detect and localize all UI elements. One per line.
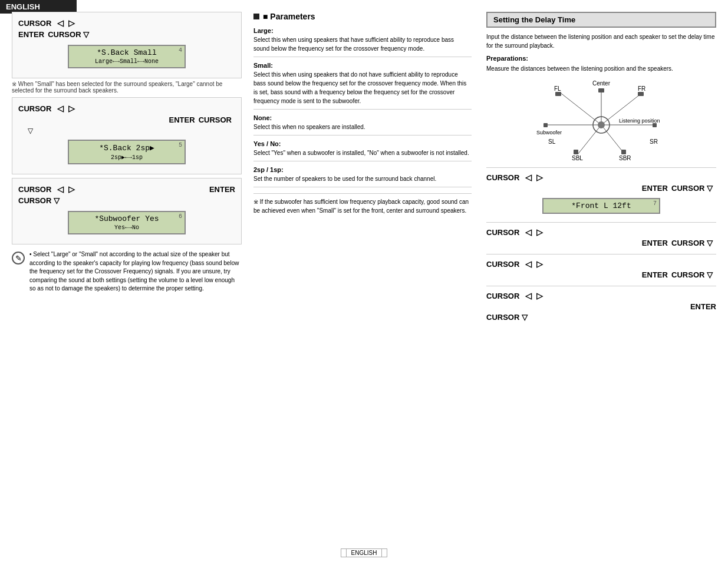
lcd-step-1: 4 xyxy=(179,47,182,54)
r-left-arrow-2[interactable]: ◁ xyxy=(525,227,532,237)
right-arrow-3[interactable]: ▷ xyxy=(68,104,75,113)
param-small-desc: Select this when using speakers that do … xyxy=(253,70,472,105)
prep-title: Preparations: xyxy=(486,55,716,62)
r-cursor-label-3: CURSOR xyxy=(486,260,519,269)
speaker-diagram: FL Center FR Subwoofer Listening positio… xyxy=(536,78,666,160)
asterisk-note: ※ If the subwoofer has sufficient low fr… xyxy=(253,193,472,215)
r-cursor-down-3: CURSOR ▽ xyxy=(671,270,713,279)
param-2sp: 2sp / 1sp: Set the number of speakers to… xyxy=(253,166,472,187)
r-enter-2: ENTER xyxy=(642,239,668,247)
subwoofer-label: Subwoofer xyxy=(536,130,562,135)
section-3: CURSOR ◁ ▷ ENTER CURSOR ▽ 5 *S.Back 2sp▶… xyxy=(12,97,242,174)
svg-rect-11 xyxy=(638,92,644,96)
param-large-desc: Select this when using speakers that hav… xyxy=(253,35,472,53)
r-enter-1: ENTER xyxy=(642,184,668,193)
param-yesno-name: Yes / No: xyxy=(253,140,472,147)
r-left-arrow-1[interactable]: ◁ xyxy=(525,173,532,182)
left-arrow-3[interactable]: ◁ xyxy=(57,104,64,113)
right-arrow-1[interactable]: ▷ xyxy=(68,18,75,28)
r-cursor-down-1: CURSOR ▽ xyxy=(671,184,713,193)
param-none: None: Select this when no speakers are i… xyxy=(253,114,472,135)
r-cursor-label-1: CURSOR xyxy=(486,173,519,182)
speaker-diagram-svg: FL Center FR Subwoofer Listening positio… xyxy=(536,78,666,160)
r-right-arrow-3[interactable]: ▷ xyxy=(536,259,543,269)
bottom-bar: ENGLISH xyxy=(0,549,728,556)
cursor-down-label-1: CURSOR ▽ xyxy=(48,30,89,39)
param-yesno: Yes / No: Select "Yes" when a subwoofer … xyxy=(253,140,472,161)
note-body: • Select "Large" or "Small" not accordin… xyxy=(29,250,242,293)
r-lcd-1: 7 *Front L 12ft xyxy=(542,198,660,214)
lcd-line1-1: *S.Back Small xyxy=(74,48,180,57)
svg-line-6 xyxy=(601,125,625,154)
right-panel: Setting the Delay Time Input the distanc… xyxy=(486,12,716,544)
right-section-4: CURSOR ◁ ▷ ENTER CURSOR ▽ xyxy=(486,286,716,328)
cursor-down-label-4: CURSOR ▽ xyxy=(18,196,60,205)
lcd-step-4: 6 xyxy=(179,213,182,220)
black-square-icon xyxy=(253,14,259,19)
left-arrow-1[interactable]: ◁ xyxy=(57,18,64,28)
right-arrow-4[interactable]: ▷ xyxy=(68,184,75,194)
note-body-text: • Select "Large" or "Small" not accordin… xyxy=(29,251,239,292)
fl-label: FL xyxy=(554,85,561,92)
r-right-arrow-4[interactable]: ▷ xyxy=(536,291,543,300)
svg-rect-9 xyxy=(555,92,561,96)
center-label: Center xyxy=(592,80,611,87)
fr-label: FR xyxy=(638,85,645,92)
cursor-row-4: CURSOR ◁ ▷ ENTER xyxy=(18,184,235,194)
svg-rect-12 xyxy=(543,123,548,127)
enter-label-1: ENTER xyxy=(18,30,44,39)
bottom-language-label: ENGLISH xyxy=(341,548,388,557)
cursor-label-1: CURSOR xyxy=(18,19,51,28)
left-arrow-4[interactable]: ◁ xyxy=(57,184,64,194)
cursor-label-3b: CURSOR xyxy=(199,115,232,124)
lcd-line2-4: Yes←→No xyxy=(74,224,180,231)
lcd-step-3: 5 xyxy=(179,142,182,148)
pencil-icon: ✎ xyxy=(12,252,25,265)
r-left-arrow-3[interactable]: ◁ xyxy=(525,259,532,269)
cursor-label-3: CURSOR xyxy=(18,104,51,113)
r-enter-4: ENTER xyxy=(690,302,716,311)
cursor-down-row-4: CURSOR ▽ xyxy=(18,196,235,205)
lcd-display-3: 5 *S.Back 2sp▶ 2sp▶←→1sp xyxy=(68,140,186,164)
svg-rect-13 xyxy=(653,123,657,127)
param-large-name: Large: xyxy=(253,27,472,34)
param-large: Large: Select this when using speakers t… xyxy=(253,27,472,57)
enter-cursor-row-1: ENTER CURSOR ▽ xyxy=(18,30,235,39)
svg-point-8 xyxy=(598,121,605,128)
lcd-line2-1: Large←→Small←→None xyxy=(74,58,180,65)
sr-label: SR xyxy=(650,138,658,145)
down-arrow-3: ▽ xyxy=(28,127,235,135)
listening-label: Listening position xyxy=(619,118,660,124)
middle-panel: ■ Parameters Large: Select this when usi… xyxy=(253,12,472,544)
r-left-arrow-4[interactable]: ◁ xyxy=(525,291,532,300)
cursor-label-4: CURSOR xyxy=(18,185,51,194)
sl-label: SL xyxy=(548,138,556,145)
svg-rect-10 xyxy=(598,88,604,92)
r-cursor-label-2: CURSOR xyxy=(486,228,519,237)
r-right-arrow-1[interactable]: ▷ xyxy=(536,173,543,182)
note-area: ✎ • Select "Large" or "Small" not accord… xyxy=(12,250,242,293)
r-lcd-step-1: 7 xyxy=(653,200,657,207)
svg-rect-15 xyxy=(621,150,626,154)
cursor-row-1: CURSOR ◁ ▷ xyxy=(18,18,235,28)
lcd-display-1: 4 *S.Back Small Large←→Small←→None xyxy=(68,45,186,68)
sbr-label: SBR xyxy=(619,155,631,160)
lcd-line1-3: *S.Back 2sp▶ xyxy=(74,143,180,153)
section-4: CURSOR ◁ ▷ ENTER CURSOR ▽ 6 *Subwoofer Y… xyxy=(12,178,242,244)
enter-label-4: ENTER xyxy=(209,185,235,194)
cursor-row-3: CURSOR ◁ ▷ xyxy=(18,104,235,113)
language-label: ENGLISH xyxy=(6,2,40,11)
enter-cursor-row-3: ENTER CURSOR xyxy=(18,115,235,124)
right-section-1: CURSOR ◁ ▷ ENTER CURSOR ▽ 7 *Front L 12f… xyxy=(486,167,716,222)
section-1: CURSOR ◁ ▷ ENTER CURSOR ▽ 4 *S.Back Smal… xyxy=(12,12,242,78)
lcd-display-4: 6 *Subwoofer Yes Yes←→No xyxy=(68,211,186,234)
r-right-arrow-2[interactable]: ▷ xyxy=(536,227,543,237)
svg-line-5 xyxy=(578,125,601,154)
lcd-line1-4: *Subwoofer Yes xyxy=(74,214,180,223)
svg-rect-14 xyxy=(574,150,578,154)
r-lcd-line1-1: *Front L 12ft xyxy=(548,201,654,210)
left-panel: CURSOR ◁ ▷ ENTER CURSOR ▽ 4 *S.Back Smal… xyxy=(12,12,242,544)
param-small: Small: Select this when using speakers t… xyxy=(253,62,472,110)
sbl-label: SBL xyxy=(572,155,583,160)
params-title: ■ Parameters xyxy=(253,12,472,21)
